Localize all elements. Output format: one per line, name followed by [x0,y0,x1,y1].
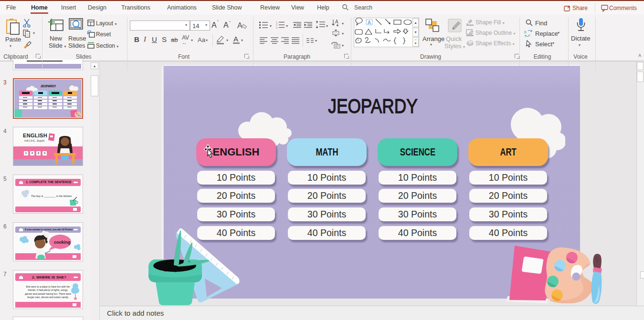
svg-text:A: A [237,21,243,30]
svg-text:A: A [368,20,371,25]
svg-text:A: A [335,19,338,24]
svg-text:3: 3 [276,26,277,29]
svg-text:c: c [528,32,530,37]
svg-text:cooking: cooking [54,240,71,245]
svg-text:b: b [524,30,527,34]
